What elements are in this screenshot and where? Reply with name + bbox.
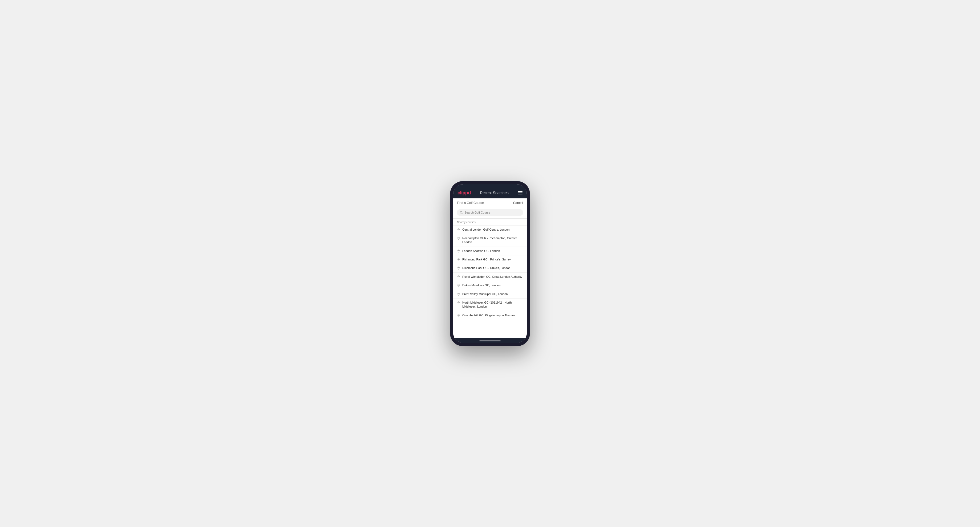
status-bar xyxy=(453,184,527,187)
svg-line-1 xyxy=(462,213,462,214)
svg-point-9 xyxy=(458,294,459,294)
nearby-label: Nearby courses xyxy=(453,219,527,225)
list-item[interactable]: Roehampton Club - Roehampton, Greater Lo… xyxy=(453,234,527,247)
course-name: Richmond Park GC - Prince's, Surrey xyxy=(462,257,511,262)
list-item[interactable]: London Scottish GC, London xyxy=(453,247,527,255)
location-icon xyxy=(457,258,460,262)
location-icon xyxy=(457,284,460,287)
svg-point-5 xyxy=(458,259,459,260)
list-item[interactable]: Brent Valley Municipal GC, London xyxy=(453,290,527,298)
svg-point-11 xyxy=(458,315,459,316)
search-box xyxy=(457,209,523,216)
svg-point-10 xyxy=(458,302,459,303)
course-name: Royal Wimbledon GC, Great London Authori… xyxy=(462,275,522,279)
course-name: Brent Valley Municipal GC, London xyxy=(462,292,508,296)
svg-point-4 xyxy=(458,250,459,251)
list-item[interactable]: Central London Golf Centre, London xyxy=(453,225,527,234)
app-header: clippd Recent Searches xyxy=(453,187,527,198)
nearby-section: Nearby courses Central London Golf Centr… xyxy=(453,219,527,338)
list-item[interactable]: Royal Wimbledon GC, Great London Authori… xyxy=(453,272,527,281)
svg-point-3 xyxy=(458,238,459,238)
course-name: Coombe Hill GC, Kingston upon Thames xyxy=(462,313,515,317)
search-input[interactable] xyxy=(465,211,520,214)
content-area: Find a Golf Course Cancel Nearby courses xyxy=(453,198,527,338)
search-icon xyxy=(460,211,463,214)
svg-point-8 xyxy=(458,285,459,286)
find-bar: Find a Golf Course Cancel xyxy=(453,198,527,207)
course-name: Richmond Park GC - Duke's, London xyxy=(462,266,511,270)
list-item[interactable]: Dukes Meadows GC, London xyxy=(453,281,527,289)
svg-point-7 xyxy=(458,276,459,277)
list-item[interactable]: North Middlesex GC (1011942 - North Midd… xyxy=(453,298,527,311)
search-container xyxy=(453,207,527,219)
course-name: Dukes Meadows GC, London xyxy=(462,283,501,287)
location-icon xyxy=(457,292,460,296)
header-title: Recent Searches xyxy=(480,190,508,195)
menu-icon[interactable] xyxy=(518,191,522,194)
list-item[interactable]: Richmond Park GC - Duke's, London xyxy=(453,264,527,272)
svg-point-0 xyxy=(460,211,462,213)
course-name: North Middlesex GC (1011942 - North Midd… xyxy=(462,301,523,309)
list-item[interactable]: Richmond Park GC - Prince's, Surrey xyxy=(453,255,527,264)
course-name: Roehampton Club - Roehampton, Greater Lo… xyxy=(462,236,523,244)
home-indicator xyxy=(453,338,527,343)
location-icon xyxy=(457,275,460,279)
svg-point-6 xyxy=(458,268,459,268)
home-bar xyxy=(479,340,501,341)
cancel-button[interactable]: Cancel xyxy=(513,201,523,205)
list-item[interactable]: Coombe Hill GC, Kingston upon Thames xyxy=(453,311,527,319)
app-logo: clippd xyxy=(458,190,471,196)
location-icon xyxy=(457,237,460,240)
phone-screen: clippd Recent Searches Find a Golf Cours… xyxy=(453,184,527,343)
phone-frame: clippd Recent Searches Find a Golf Cours… xyxy=(450,181,530,346)
find-label: Find a Golf Course xyxy=(457,201,484,205)
course-name: Central London Golf Centre, London xyxy=(462,228,509,232)
location-icon xyxy=(457,228,460,232)
course-name: London Scottish GC, London xyxy=(462,249,500,253)
location-icon xyxy=(457,301,460,305)
svg-point-2 xyxy=(458,229,459,230)
location-icon xyxy=(457,314,460,317)
location-icon xyxy=(457,266,460,270)
location-icon xyxy=(457,249,460,253)
